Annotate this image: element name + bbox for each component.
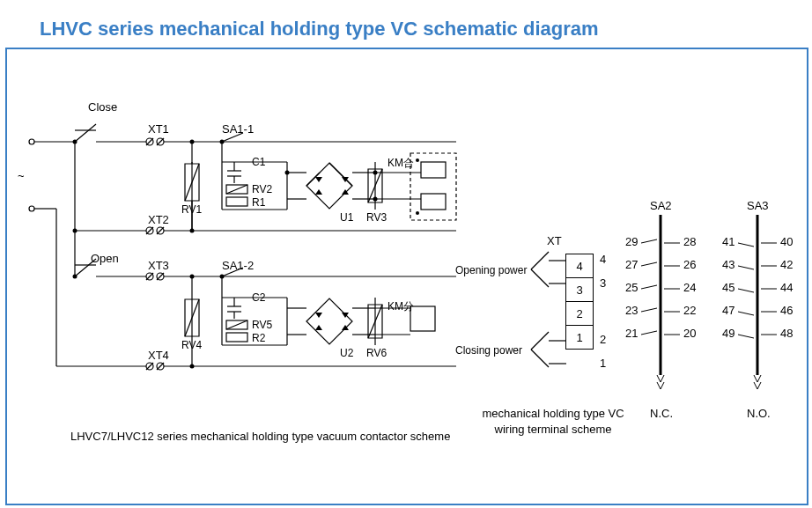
svg-line-123	[641, 331, 657, 335]
svg-line-108	[531, 350, 549, 367]
open-label: Open	[91, 252, 119, 265]
svg-line-133	[738, 335, 754, 338]
c1-label: C1	[252, 156, 266, 168]
svg-line-127	[738, 266, 754, 269]
xt-3: 3	[566, 278, 594, 302]
xt-block: XT Opening power Closing power 4 3 2 1	[452, 225, 619, 419]
svg-point-100	[373, 197, 378, 202]
sa12-label: SA1-2	[222, 259, 254, 272]
svg-line-27	[226, 185, 247, 194]
svg-point-98	[285, 171, 290, 175]
svg-point-0	[29, 139, 34, 144]
svg-line-129	[738, 289, 754, 292]
caption-mid1: mechanical holding type VC	[474, 407, 632, 420]
svg-point-103	[190, 364, 195, 369]
xt1-label: XT1	[148, 122, 169, 136]
aux-switches: SA2 SA3	[624, 190, 808, 419]
sa11-label: SA1-1	[222, 122, 254, 136]
sa3-46: 46	[780, 304, 793, 317]
svg-point-104	[220, 275, 225, 279]
sa3-43: 43	[722, 258, 734, 271]
svg-line-117	[641, 262, 657, 266]
sa3-48: 48	[780, 327, 793, 340]
xt-heading: XT	[547, 234, 562, 247]
svg-line-105	[531, 252, 549, 269]
svg-point-96	[190, 229, 195, 233]
closepow-label: Closing power	[455, 344, 522, 357]
sa3-49: 49	[722, 327, 734, 340]
svg-line-76	[226, 320, 247, 329]
sa3-41: 41	[722, 235, 734, 248]
c2-label: C2	[252, 291, 266, 304]
page-title: LHVC series mechanical holding type VC s…	[40, 18, 599, 40]
sa3-42: 42	[780, 258, 793, 271]
rv5-label: RV5	[252, 319, 272, 331]
svg-point-102	[190, 275, 195, 279]
svg-line-121	[641, 308, 657, 312]
svg-point-101	[73, 275, 78, 279]
xt-2: 2	[566, 302, 594, 326]
sa2-29: 29	[625, 235, 638, 248]
sa3-label: SA3	[747, 199, 769, 212]
sa3-45: 45	[722, 281, 734, 294]
sa3-40: 40	[780, 235, 793, 248]
svg-point-99	[373, 171, 378, 175]
svg-rect-28	[226, 197, 247, 206]
diagram-frame: ~	[5, 48, 808, 505]
svg-line-115	[641, 239, 657, 243]
svg-line-106	[531, 269, 549, 287]
rv1-label: RV1	[181, 203, 202, 216]
u1-label: U1	[340, 211, 354, 224]
kmo-label: KM分	[388, 300, 414, 313]
svg-rect-41	[421, 194, 446, 210]
svg-line-107	[531, 332, 549, 350]
r2-label: R2	[252, 332, 266, 344]
svg-rect-39	[410, 153, 456, 220]
no-label: N.O.	[747, 407, 771, 419]
svg-point-43	[416, 211, 419, 215]
svg-point-42	[416, 158, 419, 162]
page: LHVC series mechanical holding type VC s…	[0, 0, 812, 508]
sa2-23: 23	[625, 304, 638, 317]
sa2-21: 21	[625, 327, 638, 340]
svg-point-97	[220, 140, 225, 144]
t1: 1	[600, 357, 606, 370]
kmc-label: KM合	[388, 157, 414, 169]
rv6-label: RV6	[366, 347, 387, 359]
caption-mid2: wiring terminal scheme	[474, 423, 632, 436]
sa3-44: 44	[780, 281, 793, 294]
xt-4: 4	[566, 254, 594, 278]
sa3-47: 47	[722, 304, 734, 317]
rv4-label: RV4	[181, 339, 202, 351]
openpow-label: Opening power	[455, 264, 527, 276]
rv3-label: RV3	[366, 211, 387, 224]
svg-line-119	[641, 285, 657, 289]
svg-rect-40	[421, 162, 446, 178]
caption-left: LHVC7/LHVC12 series mechanical holding t…	[70, 430, 450, 443]
xt4-label: XT4	[148, 349, 169, 362]
sa2-25: 25	[625, 281, 638, 294]
xt-1: 1	[566, 326, 594, 350]
svg-line-4	[75, 124, 96, 142]
svg-line-131	[738, 312, 754, 315]
nc-label: N.C.	[650, 407, 673, 419]
xt2-label: XT2	[148, 213, 169, 226]
t2: 2	[600, 333, 606, 346]
sa2-22: 22	[683, 304, 696, 317]
sa2-28: 28	[683, 235, 696, 248]
schematic-left: ~	[7, 49, 483, 463]
xt3-label: XT3	[148, 259, 169, 272]
u2-label: U2	[340, 347, 354, 359]
svg-text:~: ~	[18, 169, 25, 182]
t3: 3	[600, 276, 606, 290]
svg-line-125	[738, 243, 754, 247]
rv2-label: RV2	[252, 183, 272, 195]
svg-point-93	[73, 140, 78, 144]
r1-label: R1	[252, 196, 266, 209]
svg-line-32	[329, 163, 352, 186]
sa2-27: 27	[625, 258, 638, 271]
sa2-24: 24	[683, 281, 696, 294]
sa2-label: SA2	[650, 199, 672, 212]
svg-point-94	[73, 229, 78, 233]
svg-point-1	[29, 206, 34, 211]
